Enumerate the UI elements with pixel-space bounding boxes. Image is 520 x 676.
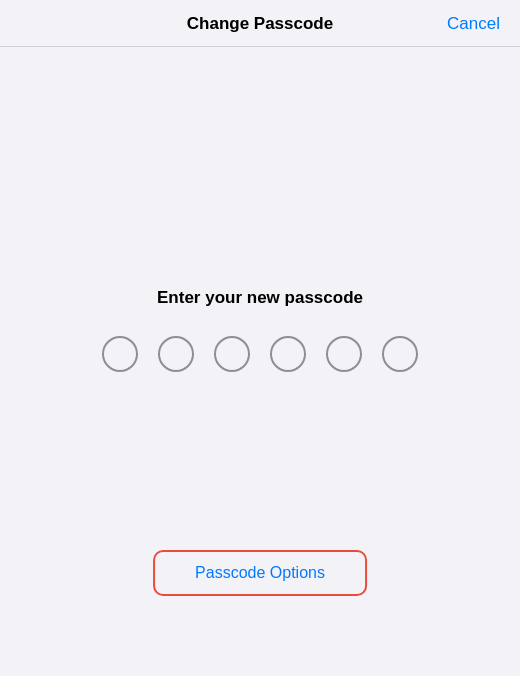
header: Change Passcode Cancel <box>0 0 520 47</box>
passcode-dot-3 <box>214 336 250 372</box>
passcode-prompt: Enter your new passcode <box>157 288 363 308</box>
main-content: Enter your new passcode Passcode Options <box>0 47 520 672</box>
passcode-dot-6 <box>382 336 418 372</box>
passcode-dot-2 <box>158 336 194 372</box>
cancel-button[interactable]: Cancel <box>447 14 500 34</box>
passcode-dot-4 <box>270 336 306 372</box>
passcode-dot-1 <box>102 336 138 372</box>
page-title: Change Passcode <box>187 14 333 34</box>
passcode-section: Enter your new passcode <box>102 288 418 372</box>
passcode-dot-5 <box>326 336 362 372</box>
passcode-dots <box>102 336 418 372</box>
passcode-options-button[interactable]: Passcode Options <box>153 550 367 596</box>
